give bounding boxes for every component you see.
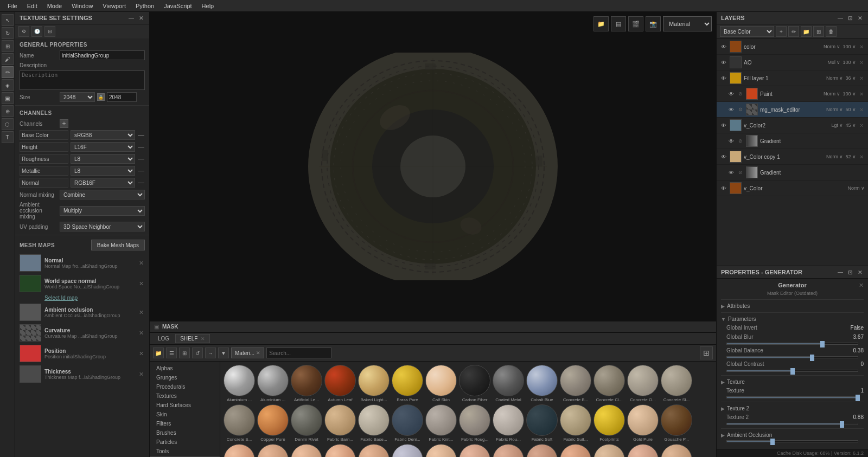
remove-channel-height[interactable]: — <box>137 143 145 151</box>
shelf-material-0[interactable]: Aluminium ... <box>224 365 255 402</box>
shelf-btn-folder[interactable]: 📁 <box>153 347 164 358</box>
layer-vcolor[interactable]: 👁 v_Color Norm ∨ <box>717 181 868 196</box>
tab-clock[interactable]: 🕐 <box>31 26 42 37</box>
menu-mode[interactable]: Mode <box>43 2 67 10</box>
tool-brush[interactable]: 🖌 <box>2 53 14 65</box>
layer-mg-mask-eye[interactable]: 👁 <box>727 106 735 113</box>
shelf-btn-list[interactable]: ☰ <box>166 347 177 358</box>
shelf-material-23[interactable]: Fabric Soft <box>526 404 558 442</box>
shelf-material-22[interactable]: Fabric Rou... <box>493 404 524 442</box>
shelf-material-5[interactable]: Brass Pure <box>392 365 423 402</box>
attributes-toggle[interactable]: ▶ Attributes <box>721 302 864 310</box>
size-dropdown[interactable]: 2048 1024 4096 <box>60 92 95 102</box>
shelf-material-3[interactable]: Autumn Leaf <box>324 365 356 402</box>
menu-file[interactable]: File <box>3 2 22 10</box>
layers-close-icon[interactable]: ✕ <box>856 14 864 22</box>
layer-vcolor-copy-close[interactable]: ✕ <box>858 153 865 160</box>
texture2-toggle[interactable]: ▶ Texture 2 <box>721 404 864 413</box>
texture-slider[interactable] <box>726 396 858 398</box>
shelf-material-13[interactable]: Concrete Sl... <box>661 365 692 402</box>
channel-name-height[interactable] <box>20 142 68 152</box>
menu-javascript[interactable]: JavaScript <box>159 2 196 10</box>
minimize-icon[interactable]: — <box>127 14 135 22</box>
shelf-material-14[interactable]: Concrete S... <box>224 404 255 442</box>
mesh-map-curvature-close[interactable]: ✕ <box>137 329 145 337</box>
layer-gradient-2-gear[interactable]: ⊘ <box>737 169 744 176</box>
layer-vcolor-copy[interactable]: 👁 v_Color copy 1 Norm ∨ 52 ∨ ✕ <box>717 149 868 165</box>
tool-scale[interactable]: ⊞ <box>2 40 14 52</box>
shelf-btn-filter[interactable]: ▼ <box>218 347 229 358</box>
uv-padding-select[interactable]: 3D Space Neighbor <box>60 222 145 231</box>
viewport-btn-video[interactable]: 🎬 <box>628 16 643 31</box>
shelf-cat-tools[interactable]: Tools <box>150 447 220 456</box>
shelf-btn-arrow[interactable]: → <box>205 347 216 358</box>
tool-clone[interactable]: ⊕ <box>2 105 14 117</box>
shelf-material-31[interactable]: Human Bu... <box>324 444 356 457</box>
channel-name-base-color[interactable] <box>20 130 68 140</box>
menu-viewport[interactable]: Viewport <box>98 2 130 10</box>
ao-toggle[interactable]: ▶ Ambient Occlusion <box>721 431 864 439</box>
layer-gradient-2-eye[interactable]: 👁 <box>727 169 735 176</box>
shelf-material-30[interactable]: Human Bell... <box>291 444 322 457</box>
shelf-material-28[interactable]: Ground Gra... <box>224 444 255 457</box>
layer-color-close[interactable]: ✕ <box>858 43 865 50</box>
menu-edit[interactable]: Edit <box>23 2 42 10</box>
layer-btn-add-folder[interactable]: 📁 <box>801 26 812 37</box>
shelf-material-40[interactable]: Human Mo... <box>627 444 659 457</box>
layer-gradient-1-eye[interactable]: 👁 <box>727 137 735 145</box>
tool-text[interactable]: T <box>2 131 14 143</box>
shelf-cat-alphas[interactable]: Alphas <box>150 364 220 373</box>
shelf-material-26[interactable]: Gold Pure <box>627 404 659 442</box>
ao-mixing-select[interactable]: Multiply <box>60 206 145 216</box>
layer-mg-mask-close[interactable]: ✕ <box>858 106 865 113</box>
shelf-btn-grid[interactable]: ⊞ <box>179 347 190 358</box>
layer-mg-mask-gear[interactable]: ⚙ <box>737 106 744 113</box>
tool-move[interactable]: ↖ <box>2 14 14 26</box>
ao-slider[interactable] <box>726 440 858 442</box>
layer-vcolor-eye[interactable]: 👁 <box>720 184 727 192</box>
shelf-material-32[interactable]: Human Ch... <box>358 444 390 457</box>
menu-window[interactable]: Window <box>67 2 97 10</box>
tool-smudge[interactable]: ◈ <box>2 79 14 91</box>
shelf-material-29[interactable]: Human Bac... <box>257 444 289 457</box>
shelf-material-2[interactable]: Artificial Le... <box>291 365 322 402</box>
bake-mesh-maps-btn[interactable]: Bake Mesh Maps <box>91 240 145 250</box>
shelf-search-input[interactable] <box>266 347 331 358</box>
layer-color[interactable]: 👁 color Norm ∨ 100 ∨ ✕ <box>717 39 868 55</box>
shelf-material-8[interactable]: Coated Metal <box>493 365 524 402</box>
channel-name-normal[interactable] <box>20 178 68 188</box>
layer-ao-close[interactable]: ✕ <box>858 59 865 66</box>
mesh-map-ao-close[interactable]: ✕ <box>137 308 145 316</box>
channel-format-roughness[interactable]: L8 <box>71 154 135 164</box>
tool-fill[interactable]: ▣ <box>2 92 14 104</box>
log-tab[interactable]: LOG <box>153 334 174 343</box>
layer-fill-1-close[interactable]: ✕ <box>858 75 865 81</box>
shelf-expand-btn[interactable]: ⊞ <box>700 346 713 359</box>
layer-vcolor-copy-eye[interactable]: 👁 <box>720 153 727 160</box>
tab-grid[interactable]: ⊟ <box>44 26 55 37</box>
layer-fill-1-eye[interactable]: 👁 <box>720 74 727 82</box>
layer-btn-duplicate[interactable]: ⊞ <box>813 26 824 37</box>
tool-rotate[interactable]: ↻ <box>2 27 14 39</box>
layer-btn-add-paint[interactable]: ✏ <box>788 26 799 37</box>
viewport-mode-dropdown[interactable]: Material Base Color Height Roughness <box>663 16 712 31</box>
layer-ao-eye[interactable]: 👁 <box>720 59 727 66</box>
shelf-material-41[interactable]: Human Ne... <box>661 444 692 457</box>
shelf-material-39[interactable]: Human Leg... <box>593 444 625 457</box>
viewport-btn-layers[interactable]: ▤ <box>611 16 626 31</box>
shelf-material-4[interactable]: Baked Light... <box>358 365 390 402</box>
texture-toggle[interactable]: ▶ Texture <box>721 378 864 386</box>
layer-vcolor2-close[interactable]: ✕ <box>858 122 865 128</box>
viewport-btn-folder[interactable]: 📁 <box>593 16 609 31</box>
shelf-material-17[interactable]: Fabric Barn... <box>324 404 356 442</box>
shelf-material-6[interactable]: Calf Skin <box>425 365 457 402</box>
channel-name-metallic[interactable] <box>20 166 68 176</box>
layers-expand-icon[interactable]: ⊡ <box>846 14 854 22</box>
shelf-cat-procedurals[interactable]: Procedurals <box>150 382 220 391</box>
shelf-material-38[interactable]: Human He... <box>560 444 591 457</box>
tab-settings[interactable]: ⚙ <box>18 26 29 37</box>
shelf-tab[interactable]: SHELF ✕ <box>175 334 210 343</box>
layer-vcolor2-eye[interactable]: 👁 <box>720 121 727 129</box>
shelf-material-20[interactable]: Fabric Knit... <box>425 404 457 442</box>
shelf-material-15[interactable]: Copper Pure <box>257 404 289 442</box>
